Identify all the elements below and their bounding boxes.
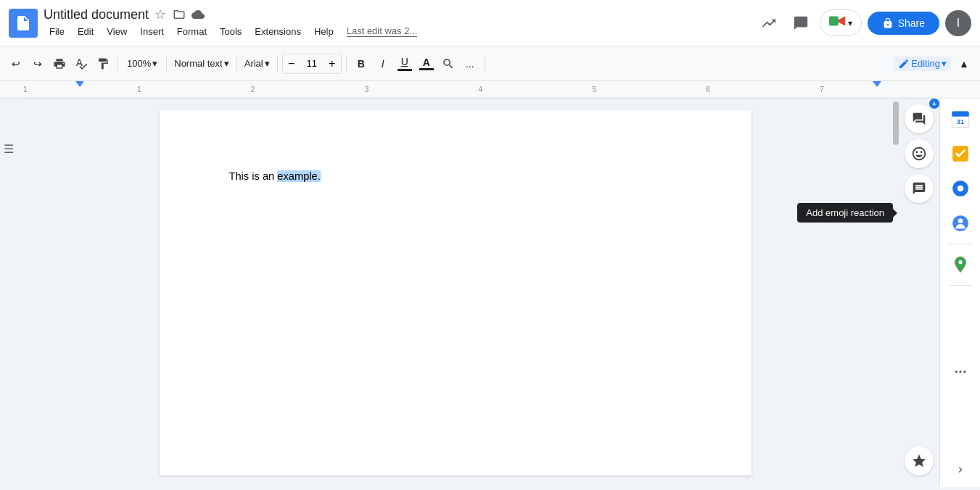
emoji-reaction-container: Add emoji reaction [905,139,934,168]
user-avatar[interactable]: I [945,10,971,36]
svg-rect-2 [829,17,839,26]
google-maps-icon[interactable] [946,250,975,279]
menu-format[interactable]: Format [171,24,213,39]
ruler-bar: 1 1 2 3 4 5 6 7 [23,81,934,98]
share-label: Share [898,17,925,29]
paragraph-style-value: Normal text [174,58,222,69]
font-size-control: − + [282,54,342,74]
font-size-decrease[interactable]: − [283,54,300,74]
divider-1 [118,55,118,72]
toolbar: ↩ ↪ 100% ▾ Normal text ▾ Arial ▾ − + B I… [0,46,980,81]
spellcheck-button[interactable] [71,54,91,74]
doc-title[interactable]: Untitled document [44,7,149,22]
font-dropdown-icon: ▾ [265,58,270,69]
italic-button[interactable]: I [373,54,393,74]
menu-extensions[interactable]: Extensions [249,24,307,39]
more-apps-button[interactable] [946,357,975,386]
cloud-status-icon[interactable] [191,7,205,22]
menu-tools[interactable]: Tools [214,24,247,39]
star-icon[interactable]: ☆ [153,7,168,22]
menu-help[interactable]: Help [308,24,339,39]
divider-6 [485,55,485,72]
google-keep-icon[interactable] [946,174,975,203]
meet-button[interactable]: ▾ [820,9,862,36]
last-edit-status[interactable]: Last edit was 2... [347,25,418,37]
meet-icon [829,14,845,31]
document-page[interactable]: This is an example. [160,110,752,476]
top-right-actions: ▾ Share I [756,9,971,36]
editing-dropdown-icon: ▾ [942,58,947,69]
editing-label: Editing [911,58,940,69]
divider-2 [166,55,167,72]
svg-point-15 [959,370,961,373]
google-tasks-icon[interactable] [946,139,975,168]
right-tools: + Add emoji reaction [899,99,939,487]
meet-chevron: ▾ [848,18,852,28]
svg-point-16 [963,370,965,373]
font-value: Arial [244,58,263,69]
scrollbar-track[interactable] [893,99,899,487]
text-prefix: This is an [229,170,278,182]
title-area: Untitled document ☆ File Edit View Inser… [44,7,750,39]
collapse-toolbar-button[interactable]: ▲ [954,54,974,74]
svg-point-13 [958,219,963,224]
docs-logo[interactable] [9,9,38,38]
svg-text:31: 31 [956,118,963,125]
svg-rect-0 [20,24,27,25]
suggest-edit-button[interactable] [905,174,934,203]
outline-icon[interactable]: ☰ [4,142,14,156]
activity-icon[interactable] [756,10,782,36]
apps-divider [949,244,972,244]
redo-button[interactable]: ↪ [28,54,48,74]
text-color-bar [419,68,434,70]
menu-insert[interactable]: Insert [134,24,170,39]
main-area: ☰ This is an example. + Add emoji reacti… [0,99,980,487]
share-button[interactable]: Share [868,12,939,35]
menu-edit[interactable]: Edit [72,24,99,39]
zoom-dropdown-icon: ▾ [152,58,157,69]
google-calendar-icon[interactable]: 31 [946,104,975,133]
move-to-folder-icon[interactable] [172,7,186,22]
paragraph-style-icon: ▾ [224,58,229,69]
scrollbar-thumb[interactable] [893,101,899,145]
ai-button-container [905,447,934,481]
document-content[interactable]: This is an example. [229,168,682,184]
highlight-button[interactable] [438,54,458,74]
text-color-button[interactable]: A [416,54,437,74]
top-bar: Untitled document ☆ File Edit View Inser… [0,0,980,46]
svg-rect-1 [20,26,25,28]
font-size-increase[interactable]: + [324,54,341,74]
paint-format-button[interactable] [93,54,113,74]
svg-rect-7 [952,115,968,116]
document-area[interactable]: This is an example. [17,99,893,487]
underline-button[interactable]: U [395,54,415,74]
svg-point-11 [957,186,963,192]
add-comment-button[interactable]: + [905,104,934,133]
divider-3 [236,55,237,72]
zoom-selector[interactable]: 100% ▾ [123,57,162,70]
print-button[interactable] [49,54,70,74]
paragraph-style-selector[interactable]: Normal text ▾ [171,57,231,70]
apps-sidebar: 31 [939,99,980,487]
text-selected: example. [277,170,320,182]
undo-button[interactable]: ↩ [6,54,26,74]
menu-file[interactable]: File [44,24,70,39]
google-contacts-icon[interactable] [946,209,975,238]
zoom-value: 100% [127,58,151,69]
more-options-button[interactable]: ... [460,54,480,74]
comments-icon[interactable] [788,10,814,36]
underline-color-bar [398,69,412,71]
svg-point-14 [955,370,957,373]
ai-spark-button[interactable] [905,447,934,476]
bold-button[interactable]: B [351,54,371,74]
svg-marker-3 [838,17,844,26]
divider-5 [346,55,347,72]
expand-sidebar-button[interactable] [949,458,972,481]
editing-mode-button[interactable]: Editing ▾ [894,57,951,71]
font-size-input[interactable] [300,58,324,69]
font-selector[interactable]: Arial ▾ [242,57,273,70]
italic-icon: I [382,58,384,70]
ruler: 1 1 2 3 4 5 6 7 [0,81,980,99]
emoji-reaction-button[interactable] [905,139,934,168]
menu-view[interactable]: View [101,24,133,39]
